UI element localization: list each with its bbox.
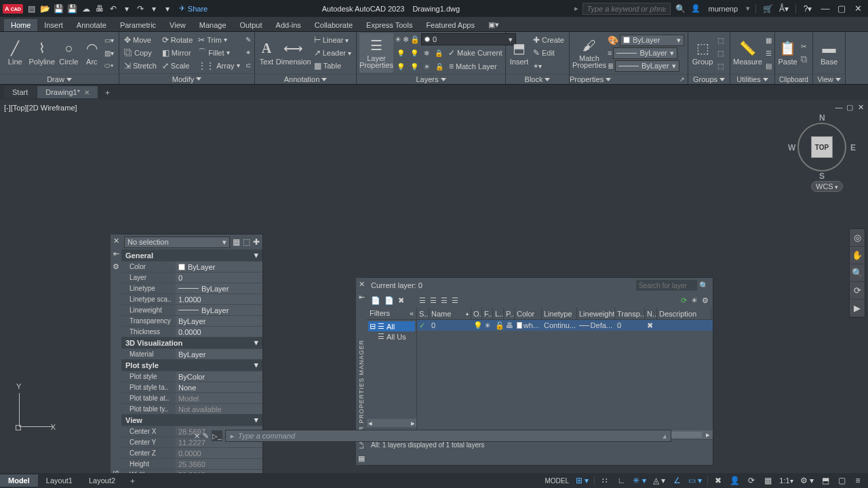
dimension-button[interactable]: ⟷Dimension [277, 33, 311, 73]
layer-states-icon[interactable]: ☰ [419, 296, 426, 305]
file-tab-drawing[interactable]: Drawing1*✕ [37, 86, 98, 98]
app-badge[interactable]: A CAD [3, 4, 23, 14]
layer-col-header[interactable]: O.. [471, 308, 482, 319]
viewcube-top[interactable]: TOP [811, 136, 833, 158]
status-osnap-icon[interactable]: ∠ [669, 474, 684, 487]
view-panel-label[interactable]: View [813, 74, 845, 84]
pickadd-icon[interactable]: ✚ [253, 237, 260, 247]
ellipse-icon[interactable]: ⬭▾ [102, 60, 116, 72]
util3-icon[interactable]: ▤ [764, 60, 774, 72]
tab-output[interactable]: Output [233, 19, 269, 31]
layer-dropdown[interactable]: 0▾ [421, 33, 516, 45]
create-block-button[interactable]: ✚Create [531, 34, 566, 46]
undo-drop-icon[interactable]: ▾ [121, 3, 133, 15]
tab-annotate[interactable]: Annotate [70, 19, 113, 31]
groups-panel-label[interactable]: Groups [688, 74, 730, 84]
redo-drop-icon[interactable]: ▾ [148, 3, 160, 15]
copy-clip-icon[interactable]: ⿻ [799, 54, 810, 66]
layer-freeze2-icon[interactable]: ❄ [422, 47, 431, 59]
tab-parametric[interactable]: Parametric [113, 19, 163, 31]
group-edit-icon[interactable]: ⬚ [715, 47, 726, 59]
properties-close-icon[interactable]: ✕ [113, 237, 119, 245]
clipboard-panel-label[interactable]: Clipboard [775, 74, 812, 84]
color-wheel-icon[interactable]: 🎨 [608, 35, 618, 45]
nav-orbit-icon[interactable]: ⟳ [850, 282, 865, 300]
props-row[interactable]: LineweightByLayer [121, 304, 262, 315]
cmd-prompt-icon[interactable]: ▷_ [212, 430, 222, 441]
selectobj-icon[interactable]: ⬚ [243, 237, 250, 247]
make-current-button[interactable]: ✓Make Current [446, 47, 505, 59]
tab-home[interactable]: Home [4, 19, 37, 31]
text-button[interactable]: AText [258, 33, 275, 73]
layer-on-icon[interactable]: 💡 [395, 60, 407, 73]
props-row[interactable]: Plot style ta..None [121, 382, 262, 392]
view-cube[interactable]: N S E W TOP WCS ▾ [788, 113, 856, 181]
props-row[interactable]: LinetypeByLayer [121, 283, 262, 293]
laymgr-close-icon[interactable]: ✕ [359, 280, 365, 289]
props-row[interactable]: Layer0 [121, 272, 262, 283]
tab-extra-icon[interactable]: ▣▾ [481, 18, 506, 31]
laymgr-pin-icon[interactable]: ⇤ [359, 293, 365, 302]
qat-overflow-icon[interactable]: ▾ [161, 3, 174, 15]
viewport-label[interactable]: [-][Top][2D Wireframe] [4, 104, 77, 112]
new-layer-icon[interactable]: 📄 [371, 296, 380, 305]
base-view-button[interactable]: ▬Base [816, 33, 842, 73]
web-icon[interactable]: ☁ [80, 3, 92, 15]
open-icon[interactable]: 📂 [39, 3, 52, 15]
fillet-button[interactable]: ⌒Fillet▾ [196, 47, 241, 59]
tab-layout2[interactable]: Layout2 [81, 474, 123, 487]
vp-maximize-icon[interactable]: ▢ [845, 102, 854, 112]
help-search-input[interactable] [583, 3, 671, 15]
cut-icon[interactable]: ✂ [799, 41, 810, 53]
close-tab-icon[interactable]: ✕ [84, 89, 90, 96]
props-cat-view[interactable]: View▾ [121, 414, 262, 426]
group-sel-icon[interactable]: ⬚ [715, 60, 726, 72]
layers-panel-label[interactable]: Layers [357, 74, 505, 84]
filter-all-used[interactable]: ☰All Us [368, 331, 415, 342]
props-row[interactable]: Plot table ty..Not available [121, 403, 262, 414]
saveas-icon[interactable]: 💾 [66, 3, 79, 15]
layer-col-header[interactable]: Transp... [615, 308, 645, 319]
props-row[interactable]: MaterialByLayer [121, 348, 262, 359]
plot-icon[interactable]: 🖶 [94, 3, 106, 15]
offset-icon[interactable]: ⊂ [243, 60, 253, 72]
tab-model[interactable]: Model [0, 474, 38, 487]
status-workspace-icon[interactable]: ⚙ ▾ [797, 474, 816, 487]
status-annoscale[interactable]: 1:1 ▾ [776, 474, 795, 487]
add-tab-icon[interactable]: ＋ [102, 86, 114, 98]
nav-pan-icon[interactable]: ✋ [850, 247, 865, 264]
stretch-button[interactable]: ⇲Stretch [122, 60, 159, 72]
cmd-close-icon[interactable]: ✕ [194, 432, 200, 441]
laymgr-switch-icon[interactable]: ▦ [358, 454, 365, 463]
props-row[interactable]: Center Z0.0000 [121, 447, 262, 458]
layer-unlock-icon[interactable]: 🔓 [433, 60, 446, 73]
search-caret-icon[interactable]: ▸ [574, 4, 578, 13]
share-button[interactable]: ✈ Share [179, 4, 208, 13]
group-button[interactable]: ⬚Group [691, 33, 714, 73]
copy-button[interactable]: ⿻Copy [122, 47, 159, 59]
rotate-button[interactable]: ⟳Rotate [160, 34, 195, 46]
redo-icon[interactable]: ↷ [134, 3, 146, 15]
properties-pin-icon[interactable]: ⇤ [113, 249, 119, 258]
tab-express[interactable]: Express Tools [359, 19, 419, 31]
layer-col-header[interactable]: L.. [493, 308, 504, 319]
scale-button[interactable]: ⤢Scale [160, 60, 195, 72]
filter-all[interactable]: ⊟☰All [368, 321, 415, 331]
block-panel-label[interactable]: Block [506, 74, 569, 84]
help-icon[interactable]: ?▾ [802, 3, 814, 15]
layer-col-header[interactable]: Description [657, 308, 711, 319]
array-button[interactable]: ⋮⋮Array▾ [196, 60, 241, 72]
tab-layout1[interactable]: Layout1 [38, 474, 81, 487]
layer-freeze-icon[interactable]: ❄ [403, 35, 409, 44]
status-iso-icon[interactable]: ◬ ▾ [650, 474, 668, 487]
table-button[interactable]: ▦Table [312, 60, 353, 72]
layer-col-header[interactable]: Lineweight [577, 308, 615, 319]
add-layout-icon[interactable]: ＋ [123, 474, 142, 488]
status-grid-icon[interactable]: ⊞ ▾ [573, 474, 591, 487]
tab-view[interactable]: View [163, 19, 193, 31]
layer-col-header[interactable]: N.. [645, 308, 657, 319]
nav-wheel-icon[interactable]: ◎ [850, 229, 865, 247]
layer-lock2-icon[interactable]: 🔒 [433, 47, 445, 59]
status-otrack-icon[interactable]: ▭ ▾ [686, 474, 705, 487]
layer-uniso-icon[interactable]: 💡 [408, 60, 420, 73]
